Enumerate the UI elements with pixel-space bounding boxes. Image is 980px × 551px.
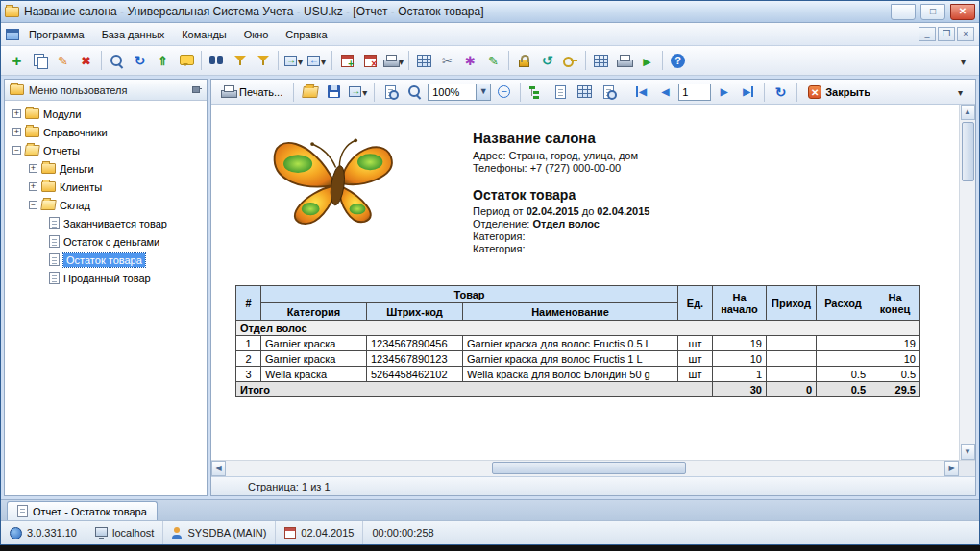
cut-button[interactable] — [436, 50, 458, 72]
title-bar[interactable]: Название салона - Универсальная Система … — [1, 1, 979, 23]
next-page-button[interactable]: ▶ — [713, 81, 735, 103]
tree-item-label: Остаток товара — [63, 253, 145, 267]
tree-item-modules[interactable]: Модули — [7, 105, 205, 123]
run-button[interactable] — [636, 50, 658, 72]
scroll-up-icon[interactable]: ▲ — [961, 105, 975, 120]
sync-button[interactable] — [536, 50, 558, 72]
tree-item-warehouse[interactable]: Склад — [7, 196, 205, 214]
vertical-scroll-thumb[interactable] — [962, 122, 974, 181]
menu-program[interactable]: Программа — [21, 26, 92, 43]
menu-help[interactable]: Справка — [278, 26, 334, 43]
grid-button[interactable] — [413, 50, 435, 72]
help-button[interactable]: ? — [667, 50, 689, 72]
user-menu-header: Меню пользователя — [5, 80, 207, 101]
first-page-button[interactable]: ◀ — [630, 81, 652, 103]
refresh-report-button[interactable] — [770, 81, 792, 103]
close-report-button[interactable]: ✕ Закрыть — [802, 84, 876, 101]
tree-item-clients[interactable]: Клиенты — [7, 178, 205, 196]
print-report-button[interactable]: Печать... — [215, 84, 288, 100]
version-text: 3.0.331.10 — [27, 527, 77, 539]
mdi-minimize-button[interactable]: _ — [919, 27, 936, 41]
table-button[interactable] — [590, 50, 612, 72]
mdi-close-button[interactable]: × — [957, 27, 974, 41]
sort-button[interactable] — [152, 50, 174, 72]
collapse-icon[interactable] — [12, 146, 21, 155]
report-toolbar-overflow-button[interactable] — [949, 81, 971, 103]
calendar-add-button[interactable] — [336, 50, 358, 72]
tree-item-running-out[interactable]: Заканчивается товар — [7, 214, 205, 232]
mdi-restore-button[interactable]: ❒ — [938, 27, 955, 41]
copy-button[interactable] — [29, 50, 51, 72]
print-button[interactable] — [613, 50, 635, 72]
expand-icon[interactable] — [29, 164, 37, 173]
tree-item-money[interactable]: Деньги — [7, 159, 205, 178]
expand-icon[interactable] — [29, 182, 37, 191]
find-button[interactable] — [206, 50, 228, 72]
close-button[interactable]: ✕ — [950, 4, 975, 20]
expand-icon[interactable] — [12, 128, 21, 136]
tab-report-stock-balance[interactable]: Отчет - Остаток товара — [7, 501, 158, 520]
tree-item-stock-balance[interactable]: Остаток товара — [7, 251, 205, 269]
total-row: Итого 30 0 0.5 29.5 — [236, 382, 920, 397]
collapse-icon[interactable] — [29, 201, 37, 209]
calendar-remove-button[interactable] — [359, 50, 381, 72]
wizard-button[interactable] — [459, 50, 481, 72]
zoom-out-button[interactable]: − — [493, 81, 515, 103]
mdi-window-buttons: _ ❒ × — [919, 27, 974, 41]
edit-button[interactable] — [52, 50, 74, 72]
thumbnails-button[interactable] — [550, 81, 572, 103]
add-button[interactable] — [6, 50, 28, 72]
watermark-button[interactable] — [598, 81, 620, 103]
filter-lower-button[interactable] — [252, 50, 274, 72]
report-title: Остаток товара — [473, 187, 649, 203]
scroll-down-icon[interactable]: ▼ — [961, 444, 975, 460]
tree-item-reports[interactable]: Отчеты — [7, 141, 205, 159]
refresh-button[interactable] — [129, 50, 151, 72]
chevron-down-icon[interactable]: ▼ — [476, 84, 490, 100]
pin-icon[interactable] — [191, 84, 202, 95]
search-button[interactable] — [106, 50, 128, 72]
scissors-icon — [442, 55, 453, 67]
vertical-scrollbar[interactable]: ▲ ▼ — [959, 105, 975, 460]
user-menu-title: Меню пользователя — [29, 84, 186, 96]
chevron-down-icon — [298, 52, 303, 69]
col-header-group: Товар — [261, 286, 678, 303]
menu-window[interactable]: Окно — [236, 26, 277, 43]
edit-data-button[interactable] — [482, 50, 504, 72]
last-page-button[interactable]: ▶ — [737, 81, 759, 103]
delete-button[interactable] — [75, 50, 97, 72]
filter-raise-button[interactable] — [229, 50, 251, 72]
page-setup-button[interactable] — [574, 81, 596, 103]
zoom-select[interactable]: 100% ▼ — [428, 84, 491, 101]
menu-commands[interactable]: Команды — [174, 26, 234, 43]
horizontal-scrollbar[interactable] — [226, 461, 944, 476]
comment-button[interactable] — [175, 50, 197, 72]
key-button[interactable] — [559, 50, 581, 72]
page-number-input[interactable] — [678, 84, 711, 101]
save-report-button[interactable] — [323, 81, 345, 103]
open-report-button[interactable] — [299, 81, 321, 103]
menu-database[interactable]: База данных — [94, 26, 173, 43]
tree-item-sold-goods[interactable]: Проданный товар — [7, 269, 205, 287]
tree-item-stock-with-money[interactable]: Остаток с деньгами — [7, 232, 205, 251]
toolbar-overflow-button[interactable] — [952, 50, 974, 72]
preview-button[interactable] — [380, 81, 402, 103]
expand-icon[interactable] — [12, 109, 21, 118]
binoculars-icon — [209, 56, 224, 65]
export-report-button[interactable] — [347, 81, 369, 103]
report-tab-icon — [17, 505, 28, 517]
scroll-left-icon[interactable]: ◀ — [211, 461, 226, 476]
minimize-button[interactable]: – — [891, 4, 916, 20]
export-button[interactable] — [282, 50, 305, 72]
last-page-icon: ▶ — [743, 86, 753, 97]
prev-page-button[interactable]: ◀ — [654, 81, 676, 103]
horizontal-scroll-thumb[interactable] — [492, 462, 686, 474]
lock-button[interactable] — [513, 50, 535, 72]
outline-button[interactable] — [526, 81, 548, 103]
maximize-button[interactable]: □ — [920, 4, 945, 20]
tree-item-directories[interactable]: Справочники — [7, 123, 205, 141]
import-button[interactable] — [306, 50, 328, 72]
scroll-right-icon[interactable]: ▶ — [944, 461, 959, 476]
zoom-in-button[interactable] — [404, 81, 426, 103]
print-settings-button[interactable] — [382, 50, 404, 72]
